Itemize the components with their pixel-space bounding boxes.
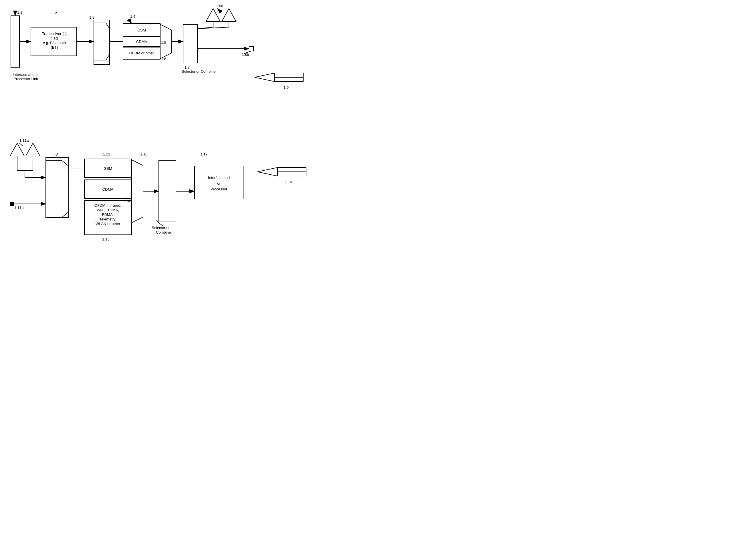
block-selector-top (183, 24, 197, 63)
block-1-11b (10, 202, 14, 206)
label-1-2: 1.2 (52, 11, 57, 15)
arrow-1-10-shape (258, 167, 306, 176)
label-1-5: 1.5 (161, 40, 166, 45)
selector-combiner-top-label: Selector or Combiner (182, 69, 217, 74)
gsm-top-label: GSM (137, 28, 146, 32)
label-1-13: 1.13 (103, 152, 110, 156)
block-1-8b (249, 46, 254, 51)
processor-unit-label: Processor Unit (13, 77, 38, 81)
label-1-4: 1.4 (130, 14, 135, 19)
or-label: or (217, 181, 221, 186)
arrow-to-selector-label (156, 220, 163, 226)
label-1-14: 1.14 (123, 199, 130, 203)
label-1-11b: 1.11b (14, 206, 24, 210)
tr-label: (TR) (51, 36, 58, 40)
combiner-bot-label: Combiner (156, 230, 172, 234)
block-1-1 (11, 16, 19, 67)
cdma-bot-label: CDMA (102, 187, 114, 192)
block-selector-bot (159, 160, 176, 222)
demux-1-12 (46, 160, 69, 218)
selector-combiner-bot-label: Selector or (152, 226, 170, 230)
interface-and-label: Interface and (208, 176, 230, 180)
ofdm-bot-line1: OFDM, Infrared, (94, 203, 121, 208)
bt-label: (BT) (51, 45, 58, 50)
interface-unit-label: Interface and or (13, 72, 39, 77)
label-1-12: 1.12 (51, 153, 58, 157)
label-1-10: 1.10 (285, 180, 292, 184)
ofdm-bot-line5: WLAN or other (96, 222, 121, 226)
label-1-7: 1.7 (185, 65, 190, 70)
antenna-right-top (222, 9, 236, 21)
ofdm-bot-line3: FDMA, (102, 212, 114, 217)
label-1-11a: 1.11a (19, 138, 29, 143)
antenna-left-top (206, 9, 220, 21)
label-1-15: 1.15 (102, 237, 109, 241)
processor-label: Processor (211, 187, 228, 191)
label-1-1: 1.1 (17, 10, 22, 15)
label-1-6: 1.6 (161, 57, 166, 61)
cdma-top-label: CDMA (136, 40, 147, 44)
label-1-3: 1.3 (89, 15, 94, 19)
label-1-9: 1.9 (284, 85, 289, 90)
gsm-bot-label: GSM (104, 166, 112, 171)
label-1-8a: 1.8a (216, 4, 224, 8)
ofdm-bot-line4: Telemetry, (100, 217, 116, 221)
arrow-1-9 (255, 73, 303, 82)
mux-1-16 (132, 160, 143, 223)
diagram-container: 1.1 1.2 Transceiver (s) (TR) e.g. Blueto… (0, 0, 368, 280)
ofdm-top-label: OFDM or other (129, 51, 154, 55)
block-1-12-outer (46, 157, 69, 218)
arrow-1-8a (218, 9, 220, 11)
ofdm-bot-line2: Wi-Fi, TDMA, (97, 208, 119, 212)
antenna-right-bot (26, 143, 40, 156)
label-1-16: 1.16 (140, 152, 147, 156)
arrow-1-11a (19, 143, 23, 146)
arrow-1-4 (129, 19, 132, 23)
bluetooth-label: e.g. Bluetooth (43, 41, 66, 45)
demux-1-3 (94, 23, 110, 60)
transceiver-label: Transceiver (s) (42, 31, 67, 36)
label-1-17: 1.17 (200, 152, 208, 156)
